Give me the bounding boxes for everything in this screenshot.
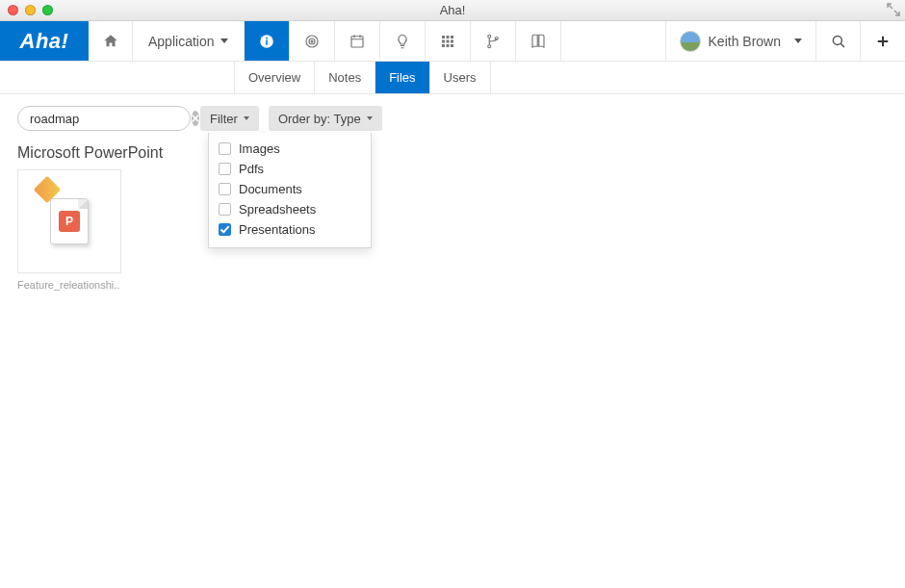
nav-target[interactable] (290, 21, 335, 61)
svg-point-17 (487, 44, 490, 47)
search-input[interactable] (30, 112, 192, 126)
svg-point-2 (266, 37, 268, 38)
window-titlebar: Aha! (0, 0, 905, 21)
content: Filter Order by: Type Images Pdfs Docume… (0, 94, 905, 302)
tab-users[interactable]: Users (430, 62, 491, 93)
nav-notebook[interactable] (516, 21, 561, 61)
svg-point-5 (311, 40, 313, 42)
checkbox-icon[interactable] (219, 203, 231, 216)
svg-rect-6 (351, 36, 363, 46)
calendar-icon (349, 33, 366, 50)
close-window-icon[interactable] (8, 5, 18, 15)
svg-rect-13 (442, 44, 445, 47)
chevron-down-icon (794, 38, 802, 43)
avatar (680, 31, 701, 52)
checkbox-icon[interactable] (219, 142, 231, 155)
svg-rect-9 (451, 36, 453, 38)
checkbox-icon[interactable] (219, 183, 231, 195)
file-name: Feature_releationshi.. (17, 279, 121, 291)
filter-option-label: Presentations (239, 222, 316, 237)
subnav: Overview Notes Files Users (0, 62, 905, 94)
close-icon (192, 115, 199, 122)
filter-option-spreadsheets[interactable]: Spreadsheets (219, 199, 361, 219)
filter-option-documents[interactable]: Documents (219, 179, 361, 199)
topnav: Aha! Application Keith Brown (0, 21, 905, 62)
search-field-wrap[interactable] (17, 106, 191, 131)
traffic-lights (8, 5, 53, 15)
file-thumbnail: P (17, 169, 121, 273)
tab-overview[interactable]: Overview (234, 62, 315, 93)
svg-rect-8 (446, 36, 449, 38)
checkbox-checked-icon[interactable] (219, 223, 231, 236)
zoom-window-icon[interactable] (42, 5, 53, 15)
nav-user-name: Keith Brown (709, 34, 781, 49)
nav-home[interactable] (89, 21, 133, 61)
filter-option-label: Spreadsheets (239, 202, 316, 217)
tab-files[interactable]: Files (375, 62, 429, 93)
filter-button[interactable]: Filter (200, 106, 259, 131)
nav-ideas[interactable] (380, 21, 426, 61)
nav-calendar[interactable] (335, 21, 380, 61)
filter-option-label: Pdfs (239, 162, 264, 176)
svg-rect-12 (451, 39, 453, 42)
chevron-down-icon (220, 38, 228, 43)
tab-notes[interactable]: Notes (315, 62, 375, 93)
filter-option-label: Images (239, 141, 280, 156)
chevron-down-icon (244, 116, 249, 120)
svg-rect-1 (266, 39, 268, 44)
lightbulb-icon (394, 33, 411, 50)
svg-rect-14 (446, 44, 449, 47)
nav-user-menu[interactable]: Keith Brown (665, 21, 816, 61)
svg-rect-11 (446, 39, 449, 42)
brand-logo-text: Aha! (20, 29, 69, 54)
target-icon (303, 33, 321, 50)
minimize-window-icon[interactable] (25, 5, 36, 15)
brand-logo[interactable]: Aha! (0, 21, 89, 61)
nav-application-dropdown[interactable]: Application (133, 21, 245, 61)
svg-rect-10 (442, 39, 445, 42)
filter-dropdown: Images Pdfs Documents Spreadsheets Prese… (208, 133, 372, 248)
search-icon (830, 33, 847, 50)
home-icon (102, 33, 119, 50)
fullscreen-icon[interactable] (886, 2, 901, 17)
svg-rect-15 (451, 44, 453, 47)
orderby-button[interactable]: Order by: Type (269, 106, 382, 131)
filter-option-presentations[interactable]: Presentations (219, 219, 361, 240)
svg-rect-7 (442, 36, 445, 38)
plus-icon (874, 33, 892, 50)
nav-info[interactable] (245, 21, 290, 61)
filter-button-label: Filter (210, 112, 238, 126)
toolbar: Filter Order by: Type (17, 106, 888, 131)
svg-point-16 (487, 35, 490, 38)
nav-apps-grid[interactable] (426, 21, 471, 61)
powerpoint-badge-icon: P (59, 211, 80, 232)
book-icon (530, 33, 547, 50)
clear-search-button[interactable] (192, 111, 199, 126)
nav-search[interactable] (816, 21, 861, 61)
nav-spacer (561, 21, 665, 61)
orderby-button-label: Order by: Type (278, 112, 361, 126)
nav-application-label: Application (148, 34, 215, 49)
nav-branch[interactable] (471, 21, 516, 61)
checkbox-icon[interactable] (219, 163, 231, 175)
chevron-down-icon (367, 116, 373, 120)
filter-option-images[interactable]: Images (219, 139, 361, 159)
nav-add[interactable] (861, 21, 905, 61)
info-icon (258, 33, 275, 50)
window-title: Aha! (0, 3, 905, 17)
branch-icon (484, 33, 502, 50)
svg-point-19 (833, 36, 841, 44)
grid-icon (439, 33, 456, 50)
file-card[interactable]: P Feature_releationshi.. (17, 169, 121, 291)
document-page-icon: P (50, 198, 89, 244)
filter-option-label: Documents (239, 182, 302, 196)
group-title: Microsoft PowerPoint (17, 144, 888, 162)
filter-option-pdfs[interactable]: Pdfs (219, 159, 361, 179)
